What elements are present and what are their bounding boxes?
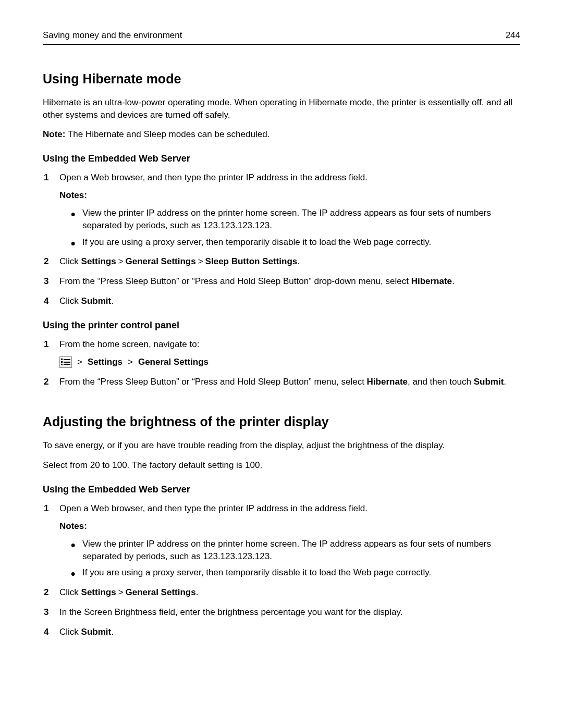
general-settings-bold: General Settings xyxy=(126,256,196,266)
step-1: Open a Web browser, and then type the pr… xyxy=(43,502,520,579)
chevron-icon: > xyxy=(116,587,126,597)
page-header: Saving money and the environment 244 xyxy=(43,29,520,45)
note-bullet: If you are using a proxy server, then te… xyxy=(71,236,520,249)
note-bullet: View the printer IP address on the print… xyxy=(71,538,520,563)
text: From the “Press Sleep Button” or “Press … xyxy=(59,377,367,387)
step-1: From the home screen, navigate to: > Set… xyxy=(43,338,520,368)
hibernate-note: Note: The Hibernate and Sleep modes can … xyxy=(43,128,520,141)
chevron-icon: > xyxy=(75,356,84,368)
sleep-button-settings-bold: Sleep Button Settings xyxy=(205,256,298,266)
step-3: From the “Press Sleep Button” or “Press … xyxy=(43,275,520,288)
step-3: In the Screen Brightness field, enter th… xyxy=(43,606,520,619)
step-text: Open a Web browser, and then type the pr… xyxy=(59,172,368,182)
header-title: Saving money and the environment xyxy=(43,29,182,42)
notes-label: Notes: xyxy=(59,520,520,533)
step-4: Click Submit. xyxy=(43,295,520,307)
steps-ews-hibernate: Open a Web browser, and then type the pr… xyxy=(43,171,520,307)
submit-bold: Submit xyxy=(474,377,504,387)
hibernate-bold: Hibernate xyxy=(411,276,452,286)
text: Click xyxy=(59,587,81,597)
sub-embedded-web-server-2: Using the Embedded Web Server xyxy=(43,483,520,496)
hibernate-intro: Hibernate is an ultra-low-power operatin… xyxy=(43,96,520,121)
section-hibernate-title: Using Hibernate mode xyxy=(43,70,520,88)
step-2: Click Settings>General Settings>Sleep Bu… xyxy=(43,255,520,268)
menu-list-icon xyxy=(59,356,72,368)
step-1: Open a Web browser, and then type the pr… xyxy=(43,171,520,248)
brightness-p2: Select from 20 to 100. The factory defau… xyxy=(43,459,520,472)
notes-list: View the printer IP address on the print… xyxy=(71,207,520,248)
settings-bold: Settings xyxy=(81,587,116,597)
text: Click xyxy=(59,296,81,306)
general-settings-bold: General Settings xyxy=(138,356,209,368)
section-brightness-title: Adjusting the brightness of the printer … xyxy=(43,413,520,431)
step-text: Open a Web browser, and then type the pr… xyxy=(59,503,368,513)
note-text: The Hibernate and Sleep modes can be sch… xyxy=(65,129,270,139)
step-text: From the home screen, navigate to: xyxy=(59,339,199,349)
text: Click xyxy=(59,256,81,266)
text: , and then touch xyxy=(408,377,474,387)
sub-printer-control-panel: Using the printer control panel xyxy=(43,319,520,332)
settings-bold: Settings xyxy=(88,356,123,368)
nav-path: > Settings > General Settings xyxy=(59,356,520,368)
general-settings-bold: General Settings xyxy=(126,587,196,597)
settings-bold: Settings xyxy=(81,256,116,266)
step-2: Click Settings>General Settings. xyxy=(43,586,520,599)
step-4: Click Submit. xyxy=(43,626,520,638)
notes-list: View the printer IP address on the print… xyxy=(71,538,520,579)
steps-panel-hibernate: From the home screen, navigate to: > Set… xyxy=(43,338,520,388)
note-bullet: View the printer IP address on the print… xyxy=(71,207,520,232)
note-label: Note: xyxy=(43,129,65,139)
submit-bold: Submit xyxy=(81,627,112,637)
submit-bold: Submit xyxy=(81,296,112,306)
sub-embedded-web-server: Using the Embedded Web Server xyxy=(43,152,520,165)
chevron-icon: > xyxy=(196,256,205,266)
notes-label: Notes: xyxy=(59,189,520,202)
chevron-icon: > xyxy=(116,256,126,266)
page-number: 244 xyxy=(506,29,520,42)
brightness-p1: To save energy, or if you are have troub… xyxy=(43,439,520,452)
text: In the Screen Brightness field, enter th… xyxy=(59,607,402,617)
hibernate-bold: Hibernate xyxy=(367,377,408,387)
text: From the “Press Sleep Button” or “Press … xyxy=(59,276,411,286)
steps-ews-brightness: Open a Web browser, and then type the pr… xyxy=(43,502,520,638)
note-bullet: If you are using a proxy server, then te… xyxy=(71,566,520,579)
chevron-icon: > xyxy=(126,356,135,368)
step-2: From the “Press Sleep Button” or “Press … xyxy=(43,376,520,388)
text: Click xyxy=(59,627,81,637)
